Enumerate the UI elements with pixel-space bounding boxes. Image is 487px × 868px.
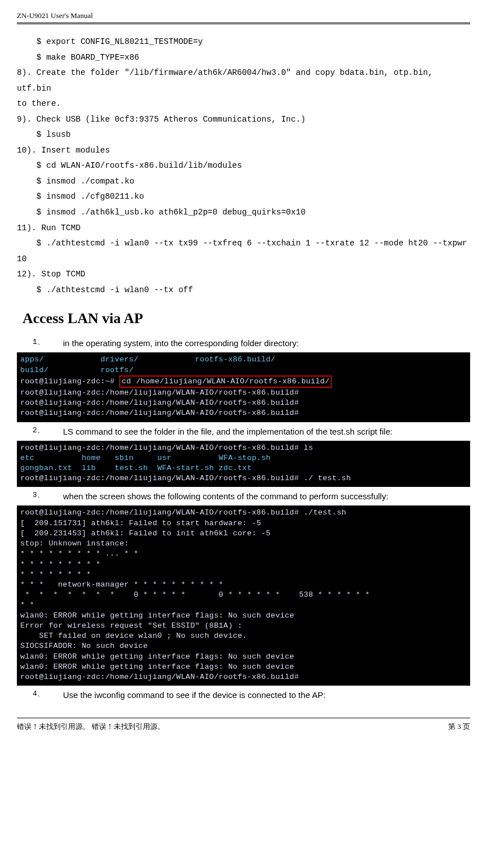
code-line: $ make BOARD_TYPE=x86 (17, 53, 139, 62)
code-line: $ cd WLAN-AIO/rootfs-x86.build/lib/modul… (17, 161, 242, 170)
term-line: * * * * * * * * * ... * * (20, 549, 138, 558)
item-number: 2、 (17, 426, 63, 437)
code-line: to there. (17, 99, 61, 108)
code-line: $ insmod ./compat.ko (17, 177, 134, 186)
item-number: 1、 (17, 337, 63, 349)
list-item: 2、 LS command to see the folder in the f… (17, 426, 470, 437)
list-item: 1、 in the operating system, into the cor… (17, 337, 470, 349)
term-line: root@liujiang-zdc:/home/liujiang/WLAN-AI… (20, 409, 299, 417)
code-line: $ export CONFIG_NL80211_TESTMODE=y (17, 37, 203, 46)
term-line: root@liujiang-zdc:/home/liujiang/WLAN-AI… (20, 399, 299, 407)
code-line: $ insmod ./ath6kl_usb.ko ath6kl_p2p=0 de… (17, 208, 305, 217)
footer-right: 第 3 页 (448, 722, 470, 732)
item-number: 3、 (17, 490, 63, 502)
item-text: Use the iwconfig command to see if the d… (63, 689, 470, 701)
list-item: 3、 when the screen shows the following c… (17, 490, 470, 502)
code-line: $ lsusb (17, 130, 71, 139)
terminal-screenshot-2: root@liujiang-zdc:/home/liujiang/WLAN-AI… (17, 441, 470, 487)
section-heading-access-lan: Access LAN via AP (22, 310, 470, 327)
highlighted-command: cd /home/liujiang/WLAN-AIO/rootfs-x86.bu… (119, 375, 332, 388)
code-line: $ insmod ./cfg80211.ko (17, 192, 144, 201)
term-line: stop: Unknown instance: (20, 539, 129, 548)
code-line: 11). Run TCMD (17, 223, 80, 232)
term-line: root@liujiang-zdc:/home/liujiang/WLAN-AI… (20, 508, 346, 517)
term-line: [ 209.151731] ath6kl: Failed to start ha… (20, 519, 261, 527)
term-line: root@liujiang-zdc:/home/liujiang/WLAN-AI… (20, 474, 351, 482)
term-line: root@liujiang-zdc:/home/liujiang/WLAN-AI… (20, 444, 313, 452)
code-line: 8). Create the folder "/lib/firmware/ath… (17, 68, 438, 93)
term-line: * * * * * * * 0 * * * * * 0 * * * * * * … (20, 590, 370, 599)
term-line: root@liujiang-zdc:/home/liujiang/WLAN-AI… (20, 673, 299, 681)
item-text: when the screen shows the following cont… (63, 490, 470, 502)
terminal-screenshot-1: apps/ drivers/ rootfs-x86.build/ build/ … (17, 352, 470, 422)
term-line: wlan0: ERROR while getting interface fla… (20, 611, 294, 620)
page-header: ZN-U9021 User's Manual (17, 11, 470, 23)
header-rule (17, 24, 470, 24)
term-line: etc home sbin usr WFA-stop.sh (20, 454, 270, 462)
term-line: Error for wireless request "Set ESSID" (… (20, 621, 242, 630)
term-line: wlan0: ERROR while getting interface fla… (20, 663, 294, 671)
term-line: SIOCSIFADDR: No such device (20, 642, 148, 650)
code-block: $ export CONFIG_NL80211_TESTMODE=y $ mak… (17, 34, 470, 298)
term-line: * * * * * * * * * (20, 560, 101, 569)
code-line: 9). Check USB (like 0cf3:9375 Atheros Co… (17, 115, 305, 124)
code-line: 10). Insert modules (17, 146, 110, 155)
code-line: $ ./athtestcmd -i wlan0 --tx off (17, 285, 193, 294)
term-line: root@liujiang-zdc:~# cd /home/liujiang/W… (20, 377, 332, 386)
term-line: * * (20, 601, 34, 609)
page-footer: 错误！未找到引用源。 错误！未找到引用源。 第 3 页 (17, 718, 470, 732)
term-line: [ 209.231453] ath6kl: Failed to init ath… (20, 529, 270, 538)
terminal-screenshot-3: root@liujiang-zdc:/home/liujiang/WLAN-AI… (17, 505, 470, 686)
term-line: wlan0: ERROR while getting interface fla… (20, 652, 294, 661)
code-line: $ ./athtestcmd -i wlan0 --tx tx99 --txfr… (17, 239, 467, 248)
item-text: in the operating system, into the corres… (63, 337, 470, 349)
code-line: 10 (17, 254, 26, 263)
term-line: * * * * * * * * (20, 570, 91, 579)
term-line: gongban.txt lib test.sh WFA-start.sh zdc… (20, 464, 252, 472)
item-text: LS command to see the folder in the file… (63, 426, 470, 437)
term-line: SET failed on device wlan0 ; No such dev… (20, 632, 247, 640)
term-line: root@liujiang-zdc:/home/liujiang/WLAN-AI… (20, 388, 299, 397)
footer-left: 错误！未找到引用源。 错误！未找到引用源。 (17, 722, 165, 732)
term-line: apps/ drivers/ rootfs-x86.build/ (20, 355, 276, 364)
item-number: 4、 (17, 689, 63, 701)
term-line: build/ rootfs/ (20, 366, 134, 374)
term-line: * * * network-manager * * * * * * * * * … (20, 580, 223, 589)
list-item: 4、 Use the iwconfig command to see if th… (17, 689, 470, 701)
code-line: 12). Stop TCMD (17, 270, 85, 279)
